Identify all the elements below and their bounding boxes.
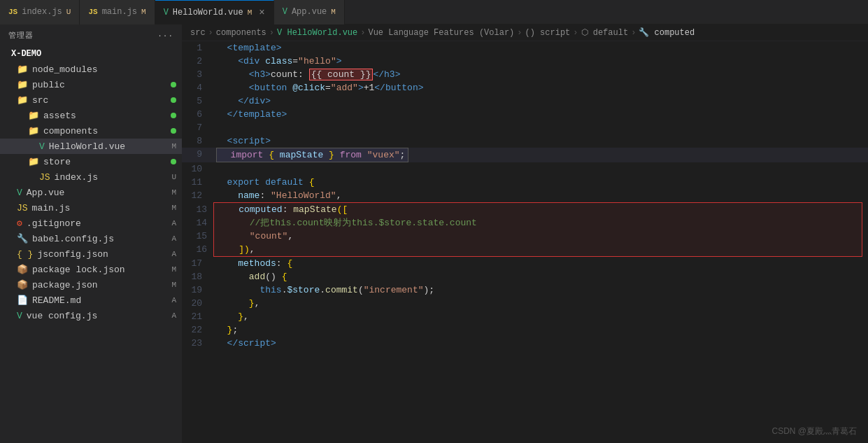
item-badge: A [171, 296, 176, 304]
js-icon: JS [8, 8, 17, 16]
tab-badge-m: M [331, 8, 336, 16]
item-label: assets [43, 111, 76, 121]
watermark: CSDN @夏殿灬青葛石 [771, 426, 857, 437]
vue-icon: V [164, 8, 169, 17]
sidebar-item-pkglock[interactable]: 📦 package lock.json M [0, 262, 182, 277]
vue-icon: V [39, 141, 45, 152]
code-line-13: 13 computed: mapState([ [214, 203, 862, 216]
sidebar-item-babel[interactable]: 🔧 babel.config.js A [0, 231, 182, 246]
project-label: X-DEMO [0, 46, 182, 62]
breadcrumb: src › components › V HelloWorld.vue › Vu… [182, 24, 868, 41]
breadcrumb-default[interactable]: ⬡ default [581, 27, 629, 38]
sidebar-item-assets[interactable]: 📁 assets [0, 108, 182, 123]
sidebar-item-helloworld[interactable]: V HelloWorld.vue M [0, 139, 182, 154]
code-line-9: 9 import { mapState } from "vuex"; [182, 148, 868, 162]
pkg-icon: 📦 [17, 279, 28, 290]
sidebar-item-node-modules[interactable]: 📁 node_modules [0, 62, 182, 77]
item-label: store [43, 157, 71, 167]
item-label: components [43, 126, 98, 136]
sidebar-item-gitignore[interactable]: ⚙ .gitignore A [0, 216, 182, 231]
code-line-18: 18 add() { [182, 270, 868, 283]
babel-icon: 🔧 [17, 233, 28, 244]
breadcrumb-components[interactable]: components [216, 28, 266, 38]
code-editor[interactable]: 1 <template> 2 <div class="hello"> 3 <h3… [182, 41, 868, 443]
vue-icon: V [17, 188, 22, 198]
md-icon: 📄 [17, 295, 28, 306]
sidebar-options-icon[interactable]: ··· [157, 31, 173, 40]
sidebar-item-public[interactable]: 📁 public [0, 77, 182, 92]
sidebar-item-components[interactable]: 📁 components [0, 123, 182, 139]
code-line-16: 16 ]), [214, 243, 862, 256]
item-label: HelloWorld.vue [49, 141, 125, 152]
tab-label: index.js [22, 7, 62, 17]
item-badge: M [171, 204, 176, 212]
status-dot [171, 159, 176, 164]
code-line-10: 10 [182, 162, 868, 176]
item-label: main.js [32, 203, 71, 213]
main-layout: 管理器 ··· X-DEMO 📁 node_modules 📁 public 📁… [0, 24, 868, 443]
sidebar-item-jsconfig[interactable]: { } jsconfig.json A [0, 246, 182, 262]
code-line-11: 11 export default { [182, 176, 868, 189]
folder-icon: 📁 [28, 125, 39, 136]
item-badge: M [171, 188, 176, 197]
git-icon: ⚙ [17, 218, 22, 229]
sidebar-item-pkg[interactable]: 📦 package.json M [0, 277, 182, 293]
breadcrumb-helloworld[interactable]: V HelloWorld.vue [277, 28, 357, 38]
code-line-8: 8 <script> [182, 134, 868, 148]
tab-app-vue[interactable]: V App.vue M [274, 0, 345, 24]
close-icon[interactable]: × [259, 7, 264, 18]
breadcrumb-volar[interactable]: Vue Language Features (Volar) [368, 28, 514, 38]
tab-main-js[interactable]: JS main.js M [80, 0, 155, 24]
item-badge: A [171, 219, 176, 227]
js-icon: JS [88, 8, 97, 16]
status-dot [171, 128, 176, 134]
sidebar-item-app-vue[interactable]: V App.vue M [0, 185, 182, 200]
sidebar-item-vueconfig[interactable]: V vue config.js A [0, 308, 182, 323]
item-badge: A [171, 311, 176, 320]
code-line-23: 23 </script> [182, 337, 868, 350]
code-line-15: 15 "count", [214, 230, 862, 243]
code-line-6: 6 </template> [182, 108, 868, 121]
code-line-21: 21 }, [182, 310, 868, 323]
breadcrumb-src[interactable]: src [190, 28, 206, 38]
item-badge: M [171, 142, 176, 150]
code-line-14: 14 //把this.count映射为this.$store.state.cou… [214, 216, 862, 230]
sidebar: 管理器 ··· X-DEMO 📁 node_modules 📁 public 📁… [0, 24, 182, 443]
item-label: index.js [55, 172, 98, 183]
item-label: public [32, 80, 65, 90]
item-badge: M [171, 265, 176, 274]
sidebar-item-main-js[interactable]: JS main.js M [0, 200, 182, 216]
item-badge: A [171, 250, 176, 258]
item-label: App.vue [27, 188, 65, 198]
item-badge: A [171, 234, 176, 243]
sidebar-item-src[interactable]: 📁 src [0, 92, 182, 108]
folder-icon: 📁 [17, 79, 28, 90]
tab-label: main.js [102, 7, 137, 17]
code-line-2: 2 <div class="hello"> [182, 55, 868, 68]
item-label: node_modules [32, 64, 98, 75]
breadcrumb-script[interactable]: () script [525, 28, 571, 38]
code-line-20: 20 }, [182, 297, 868, 310]
tab-index-js[interactable]: JS index.js U [0, 0, 80, 24]
code-line-12: 12 name: "HelloWorld", [182, 189, 868, 202]
item-label: vue config.js [27, 311, 97, 321]
sidebar-item-store[interactable]: 📁 store [0, 154, 182, 169]
item-label: jsconfig.json [37, 249, 108, 260]
code-line-19: 19 this.$store.commit("increment"); [182, 283, 868, 297]
status-dot [171, 97, 176, 103]
sidebar-item-index-js[interactable]: JS index.js U [0, 169, 182, 185]
item-badge: M [171, 281, 176, 289]
sidebar-header-label: 管理器 [8, 30, 34, 41]
code-line-5: 5 </div> [182, 94, 868, 108]
tab-helloworld-vue[interactable]: V HelloWorld.vue M × [155, 0, 274, 24]
pkg-icon: 📦 [17, 264, 28, 275]
code-line-1: 1 <template> [182, 41, 868, 55]
sidebar-item-readme[interactable]: 📄 README.md A [0, 293, 182, 308]
vue-icon: V [283, 7, 287, 17]
vue-icon: V [17, 311, 22, 321]
tab-badge-m: M [141, 8, 146, 16]
item-label: README.md [32, 295, 81, 306]
tab-badge-u: U [66, 8, 71, 16]
js-icon: JS [39, 172, 50, 183]
breadcrumb-computed[interactable]: 🔧 computed [639, 27, 695, 38]
